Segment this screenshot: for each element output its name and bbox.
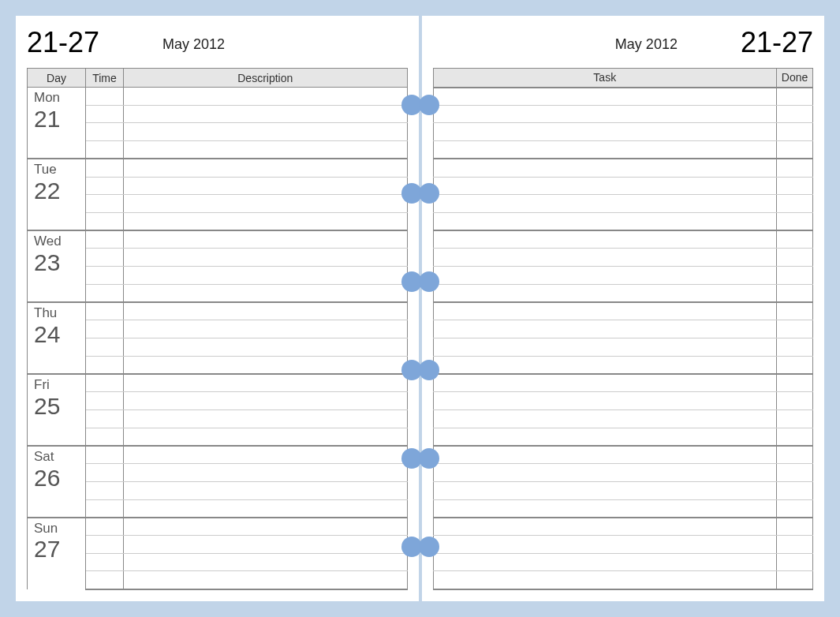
task-cell[interactable]	[433, 284, 777, 302]
time-cell[interactable]	[86, 553, 124, 571]
task-cell[interactable]	[433, 249, 777, 267]
done-cell[interactable]	[777, 499, 813, 518]
done-cell[interactable]	[777, 284, 813, 302]
done-cell[interactable]	[777, 195, 813, 213]
description-cell[interactable]	[124, 518, 408, 536]
description-cell[interactable]	[124, 284, 408, 302]
done-cell[interactable]	[777, 141, 813, 159]
done-cell[interactable]	[777, 428, 813, 446]
task-cell[interactable]	[433, 535, 777, 553]
task-cell[interactable]	[433, 338, 777, 357]
description-cell[interactable]	[124, 374, 408, 392]
task-cell[interactable]	[433, 464, 777, 482]
task-cell[interactable]	[433, 159, 777, 177]
task-cell[interactable]	[433, 141, 777, 159]
description-cell[interactable]	[124, 535, 408, 553]
task-cell[interactable]	[433, 446, 777, 464]
description-cell[interactable]	[124, 320, 408, 338]
done-cell[interactable]	[777, 409, 813, 428]
description-cell[interactable]	[124, 105, 408, 123]
done-cell[interactable]	[777, 159, 813, 177]
done-cell[interactable]	[777, 177, 813, 195]
time-cell[interactable]	[86, 428, 124, 446]
done-cell[interactable]	[777, 213, 813, 231]
time-cell[interactable]	[86, 446, 124, 464]
description-cell[interactable]	[124, 553, 408, 571]
task-cell[interactable]	[433, 499, 777, 518]
time-cell[interactable]	[86, 230, 124, 249]
time-cell[interactable]	[86, 177, 124, 195]
done-cell[interactable]	[777, 302, 813, 320]
done-cell[interactable]	[777, 518, 813, 536]
task-cell[interactable]	[433, 213, 777, 231]
description-cell[interactable]	[124, 230, 408, 249]
time-cell[interactable]	[86, 159, 124, 177]
description-cell[interactable]	[124, 571, 408, 589]
time-cell[interactable]	[86, 195, 124, 213]
done-cell[interactable]	[777, 105, 813, 123]
task-cell[interactable]	[433, 195, 777, 213]
time-cell[interactable]	[86, 88, 124, 106]
task-cell[interactable]	[433, 356, 777, 374]
time-cell[interactable]	[86, 123, 124, 141]
description-cell[interactable]	[124, 338, 408, 357]
description-cell[interactable]	[124, 464, 408, 482]
done-cell[interactable]	[777, 88, 813, 106]
task-cell[interactable]	[433, 481, 777, 499]
time-cell[interactable]	[86, 374, 124, 392]
description-cell[interactable]	[124, 88, 408, 106]
description-cell[interactable]	[124, 428, 408, 446]
done-cell[interactable]	[777, 267, 813, 285]
task-cell[interactable]	[433, 428, 777, 446]
done-cell[interactable]	[777, 338, 813, 357]
time-cell[interactable]	[86, 464, 124, 482]
description-cell[interactable]	[124, 409, 408, 428]
time-cell[interactable]	[86, 518, 124, 536]
task-cell[interactable]	[433, 571, 777, 589]
task-cell[interactable]	[433, 88, 777, 106]
time-cell[interactable]	[86, 302, 124, 320]
task-cell[interactable]	[433, 230, 777, 249]
description-cell[interactable]	[124, 249, 408, 267]
done-cell[interactable]	[777, 249, 813, 267]
time-cell[interactable]	[86, 356, 124, 374]
time-cell[interactable]	[86, 141, 124, 159]
task-cell[interactable]	[433, 392, 777, 410]
time-cell[interactable]	[86, 499, 124, 518]
description-cell[interactable]	[124, 499, 408, 518]
done-cell[interactable]	[777, 320, 813, 338]
time-cell[interactable]	[86, 409, 124, 428]
description-cell[interactable]	[124, 213, 408, 231]
task-cell[interactable]	[433, 267, 777, 285]
description-cell[interactable]	[124, 267, 408, 285]
time-cell[interactable]	[86, 105, 124, 123]
task-cell[interactable]	[433, 553, 777, 571]
time-cell[interactable]	[86, 267, 124, 285]
task-cell[interactable]	[433, 518, 777, 536]
done-cell[interactable]	[777, 356, 813, 374]
description-cell[interactable]	[124, 392, 408, 410]
done-cell[interactable]	[777, 535, 813, 553]
time-cell[interactable]	[86, 320, 124, 338]
description-cell[interactable]	[124, 141, 408, 159]
done-cell[interactable]	[777, 374, 813, 392]
time-cell[interactable]	[86, 481, 124, 499]
time-cell[interactable]	[86, 249, 124, 267]
task-cell[interactable]	[433, 123, 777, 141]
time-cell[interactable]	[86, 392, 124, 410]
done-cell[interactable]	[777, 392, 813, 410]
done-cell[interactable]	[777, 553, 813, 571]
done-cell[interactable]	[777, 571, 813, 589]
done-cell[interactable]	[777, 446, 813, 464]
task-cell[interactable]	[433, 374, 777, 392]
task-cell[interactable]	[433, 105, 777, 123]
description-cell[interactable]	[124, 446, 408, 464]
time-cell[interactable]	[86, 535, 124, 553]
time-cell[interactable]	[86, 213, 124, 231]
time-cell[interactable]	[86, 338, 124, 357]
task-cell[interactable]	[433, 409, 777, 428]
done-cell[interactable]	[777, 230, 813, 249]
description-cell[interactable]	[124, 123, 408, 141]
task-cell[interactable]	[433, 177, 777, 195]
time-cell[interactable]	[86, 284, 124, 302]
